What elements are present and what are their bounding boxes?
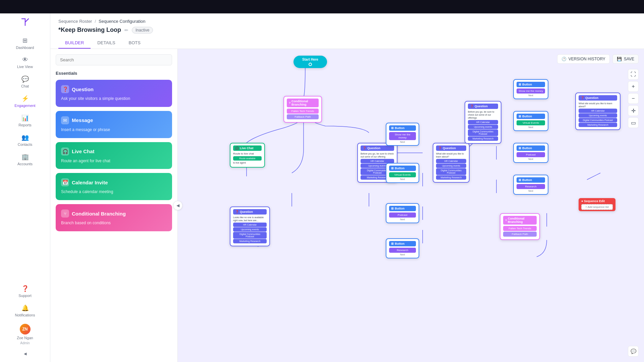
card-livechat-title: Live Chat bbox=[72, 148, 95, 154]
accounts-icon: 🏢 bbox=[21, 153, 29, 161]
canvas-zoom: ⛶ + − ✛ ▭ bbox=[628, 69, 639, 128]
node-button-center2[interactable]: ⊞Button Virtual Events Next bbox=[386, 163, 419, 183]
tabs: BUILDER DETAILS BOTS bbox=[58, 38, 636, 49]
question-header-c: ❓Question bbox=[436, 145, 466, 151]
liveview-icon: 👁 bbox=[22, 56, 28, 63]
question-header-ll: ❓Question bbox=[233, 209, 267, 215]
node-button-research[interactable]: ⊞Button Research Next bbox=[386, 238, 419, 258]
page-title: *Keep Browsing Loop bbox=[58, 26, 121, 34]
status-badge[interactable]: Inactive bbox=[132, 27, 153, 34]
node-question-center[interactable]: ❓Question What site would you like to le… bbox=[433, 143, 470, 183]
button-header-c: ⊞Button bbox=[389, 125, 416, 131]
card-question-title: Question bbox=[72, 86, 94, 92]
select-tool-button[interactable]: ▭ bbox=[628, 117, 639, 128]
chat-icon: 💬 bbox=[21, 75, 29, 83]
tab-bots[interactable]: BOTS bbox=[122, 38, 147, 49]
notifications-icon: 🔔 bbox=[21, 304, 29, 312]
main-area: ⊞ Dashboard 👁 Live View 💬 Chat ⚡ Engagem… bbox=[0, 13, 644, 362]
button-header-p: ⊞Button bbox=[389, 206, 416, 211]
avatar: ZN bbox=[20, 324, 31, 335]
question-header-fr: ❓Question bbox=[579, 95, 617, 101]
reports-icon: 📊 bbox=[21, 114, 29, 122]
button-header-pr: ⊞Button bbox=[517, 145, 545, 151]
node-start[interactable]: Start Here bbox=[293, 56, 327, 68]
card-question-desc: Ask your site visitors a simple question bbox=[61, 96, 167, 102]
card-conditional-header: ⑂ Conditional Branching bbox=[61, 209, 167, 218]
node-button-research-right[interactable]: ⊞Button Research Next bbox=[513, 175, 548, 195]
sidebar-bottom: ❓ Support 🔔 Notifications ZN Zoe Ngan Ad… bbox=[0, 282, 50, 359]
canvas-area[interactable]: 🕐 VERSION HISTORY 💾 SAVE ⛶ + − ✛ ▭ bbox=[178, 49, 644, 362]
button-header-c2: ⊞Button bbox=[389, 166, 416, 171]
card-conditional-title: Conditional Branching bbox=[72, 211, 126, 217]
sidebar-item-chat[interactable]: 💬 Chat bbox=[0, 72, 50, 92]
card-conditional[interactable]: ⑂ Conditional Branching Branch based on … bbox=[56, 204, 172, 231]
sidebar-collapse[interactable]: ◀ bbox=[0, 348, 50, 359]
left-panel: Essentials ❓ Question Ask your site visi… bbox=[50, 49, 178, 362]
support-icon: ❓ bbox=[21, 285, 29, 292]
version-history-button[interactable]: 🕐 VERSION HISTORY bbox=[557, 54, 610, 64]
dashboard-icon: ⊞ bbox=[22, 37, 28, 44]
canvas-toolbar: 🕐 VERSION HISTORY 💾 SAVE bbox=[557, 54, 639, 64]
node-question-right-center[interactable]: ❓Question Before you go, be sure to chec… bbox=[465, 101, 501, 144]
card-conditional-desc: Branch based on conditions bbox=[61, 220, 167, 226]
breadcrumb-current: Sequence Configuration bbox=[99, 19, 146, 24]
sidebar-item-user[interactable]: ZN Zoe Ngan Admin bbox=[0, 320, 50, 348]
card-message-desc: Insert a message or phrase bbox=[61, 127, 167, 133]
chat-action-button[interactable]: 💬 bbox=[628, 346, 639, 357]
card-question-icon: ❓ bbox=[61, 85, 69, 93]
left-panel-wrapper: Essentials ❓ Question Ask your site visi… bbox=[50, 49, 178, 362]
canvas-actions: 💬 bbox=[628, 346, 639, 357]
node-conditional-main[interactable]: ⑂Conditional Branching Fallen Tech Trend… bbox=[283, 96, 322, 123]
tab-builder[interactable]: BUILDER bbox=[58, 38, 91, 49]
move-tool-button[interactable]: ✛ bbox=[628, 105, 639, 116]
panel-collapse-button[interactable]: ◀ bbox=[173, 201, 182, 210]
card-question[interactable]: ❓ Question Ask your site visitors a simp… bbox=[56, 80, 172, 107]
conditional-header: ⑂Conditional Branching bbox=[287, 99, 319, 107]
card-livechat-desc: Route an agent for live chat bbox=[61, 158, 167, 164]
content-header: Sequence Roster / Sequence Configuration… bbox=[50, 13, 644, 49]
sidebar-item-dashboard[interactable]: ⊞ Dashboard bbox=[0, 34, 50, 53]
sidebar-item-contacts[interactable]: 👥 Contacts bbox=[0, 130, 50, 150]
page-title-row: *Keep Browsing Loop ✏ Inactive bbox=[58, 26, 636, 34]
node-conditional-bottom[interactable]: ⑂Conditional Branching Fallen Tech Trend… bbox=[500, 213, 540, 240]
content: Sequence Roster / Sequence Configuration… bbox=[50, 13, 644, 362]
node-button-podcast-right[interactable]: ⊞Button Podcast Next bbox=[513, 143, 548, 163]
sidebar-item-support[interactable]: ❓ Support bbox=[0, 282, 50, 301]
node-button-ve-right[interactable]: ⊞Button Virtual Events Next bbox=[513, 111, 548, 131]
node-question-lower-left[interactable]: ❓Question Looks like no one is available… bbox=[230, 206, 270, 246]
tab-details[interactable]: DETAILS bbox=[91, 38, 122, 49]
sidebar-item-liveview[interactable]: 👁 Live View bbox=[0, 53, 50, 72]
breadcrumb: Sequence Roster / Sequence Configuration bbox=[58, 19, 636, 24]
card-message[interactable]: ✉ Message Insert a message or phrase bbox=[56, 111, 172, 138]
node-question-far-right[interactable]: ❓Question What site would you like to le… bbox=[575, 93, 621, 130]
logo bbox=[19, 16, 31, 28]
save-button[interactable]: 💾 SAVE bbox=[612, 54, 639, 64]
breadcrumb-parent[interactable]: Sequence Roster bbox=[58, 19, 92, 24]
zoom-fit-button[interactable]: ⛶ bbox=[628, 69, 639, 80]
search-input[interactable] bbox=[56, 54, 172, 65]
card-livechat-icon: 🎧 bbox=[61, 147, 69, 156]
section-title: Essentials bbox=[56, 71, 172, 76]
edit-icon[interactable]: ✏ bbox=[124, 27, 128, 33]
node-button-tr[interactable]: ⊞Button Show me the money Next bbox=[513, 79, 548, 99]
zoom-out-button[interactable]: − bbox=[628, 93, 639, 104]
sidebar-item-reports[interactable]: 📊 Reports bbox=[0, 111, 50, 130]
button-header-r: ⊞Button bbox=[389, 241, 416, 246]
card-livechat[interactable]: 🎧 Live Chat Route an agent for live chat bbox=[56, 142, 172, 169]
node-livechat-left[interactable]: 🎧Live Chat Route to live chat Route avai… bbox=[230, 143, 265, 168]
card-calendar[interactable]: 📅 Calendar Invite Schedule a calendar me… bbox=[56, 173, 172, 200]
save-icon: 💾 bbox=[617, 57, 622, 61]
button-header-rr: ⊞Button bbox=[517, 177, 545, 183]
node-sequence-edit[interactable]: ● Sequence Edit + Add sequence list bbox=[579, 198, 615, 211]
sidebar-item-notifications[interactable]: 🔔 Notifications bbox=[0, 301, 50, 320]
question-header-rc: ❓Question bbox=[468, 104, 498, 109]
sidebar-item-accounts[interactable]: 🏢 Accounts bbox=[0, 150, 50, 169]
zoom-in-button[interactable]: + bbox=[628, 81, 639, 92]
node-button-podcast[interactable]: ⊞Button Podcast Next bbox=[386, 203, 419, 223]
collapse-icon: ◀ bbox=[24, 352, 26, 356]
sidebar-item-engagement[interactable]: ⚡ Engagement bbox=[0, 92, 50, 111]
card-conditional-icon: ⑂ bbox=[61, 209, 69, 218]
node-button-center[interactable]: ⊞Button Show me the money Next bbox=[386, 123, 419, 146]
card-question-header: ❓ Question bbox=[61, 85, 167, 93]
button-header-tr: ⊞Button bbox=[517, 82, 545, 87]
